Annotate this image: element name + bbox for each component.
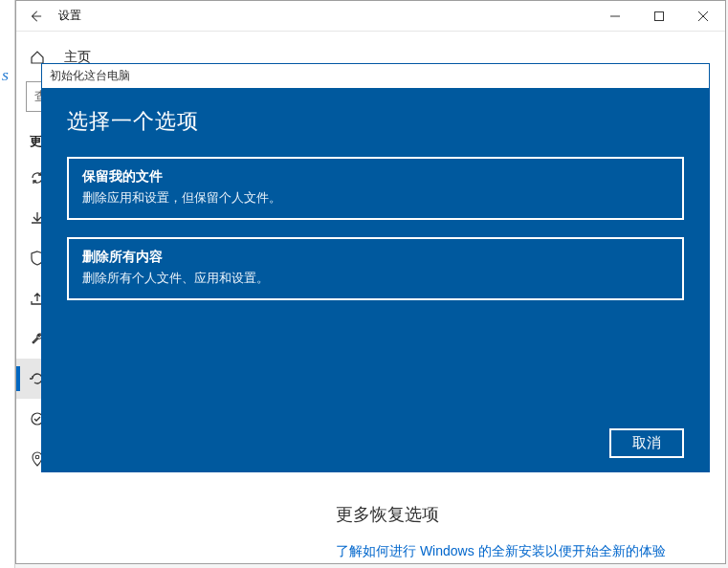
- dialog-body: 选择一个选项 保留我的文件 删除应用和设置，但保留个人文件。 删除所有内容 删除…: [42, 88, 709, 471]
- svg-rect-1: [655, 11, 664, 20]
- dialog-heading: 选择一个选项: [67, 107, 684, 136]
- titlebar-left: 设置: [16, 1, 81, 31]
- option-description: 删除应用和设置，但保留个人文件。: [82, 189, 669, 207]
- arrow-left-icon: [29, 10, 42, 23]
- window-controls: [593, 1, 725, 31]
- option-keep-files[interactable]: 保留我的文件 删除应用和设置，但保留个人文件。: [67, 157, 684, 220]
- close-button[interactable]: [681, 1, 725, 31]
- option-description: 删除所有个人文件、应用和设置。: [82, 270, 669, 287]
- minimize-button[interactable]: [593, 1, 637, 31]
- background-app-sliver: S: [0, 0, 15, 568]
- reset-pc-dialog: 初始化这台电脑 选择一个选项 保留我的文件 删除应用和设置，但保留个人文件。 删…: [41, 63, 710, 472]
- close-icon: [698, 11, 708, 21]
- option-title: 保留我的文件: [82, 168, 669, 186]
- cancel-button[interactable]: 取消: [609, 428, 684, 458]
- dialog-frame-title: 初始化这台电脑: [42, 64, 709, 88]
- more-recovery-options-heading: 更多恢复选项: [336, 503, 702, 526]
- maximize-button[interactable]: [637, 1, 681, 31]
- svg-point-5: [35, 455, 39, 459]
- background-fragment-text: S: [0, 0, 14, 84]
- dialog-footer: 取消: [67, 428, 684, 458]
- option-title: 删除所有内容: [82, 249, 669, 266]
- clean-install-link[interactable]: 了解如何进行 Windows 的全新安装以便开始全新的体验: [336, 543, 702, 560]
- option-remove-everything[interactable]: 删除所有内容 删除所有个人文件、应用和设置。: [67, 237, 684, 300]
- window-title: 设置: [55, 8, 81, 24]
- titlebar: 设置: [16, 1, 725, 32]
- minimize-icon: [610, 11, 620, 21]
- back-button[interactable]: [16, 1, 55, 31]
- maximize-icon: [654, 11, 664, 21]
